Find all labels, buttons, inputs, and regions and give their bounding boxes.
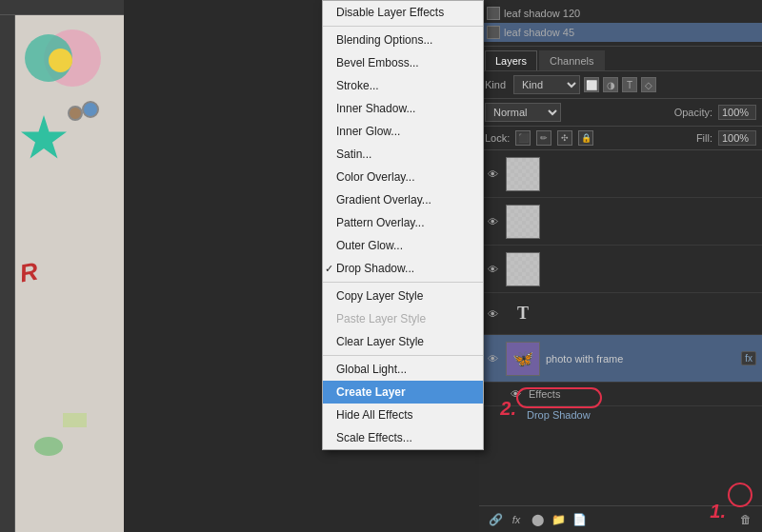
list-item[interactable]: 👁 <box>479 246 762 293</box>
menu-item-create-layer[interactable]: Create Layer <box>323 381 483 404</box>
top-layer-row-1[interactable]: leaf shadow 120 <box>479 4 762 23</box>
adjustment-layer-icon[interactable]: ⬤ <box>529 511 546 528</box>
menu-item-pattern-overlay[interactable]: Pattern Overlay... <box>323 211 483 234</box>
menu-item-global-light[interactable]: Global Light... <box>323 358 483 381</box>
menu-item-paste-style[interactable]: Paste Layer Style <box>323 307 483 330</box>
menu-separator-1 <box>323 26 483 27</box>
menu-label-gradient-overlay: Gradient Overlay... <box>336 193 431 207</box>
menu-label-color-overlay: Color Overlay... <box>336 170 414 184</box>
layer-visibility-1[interactable]: 👁 <box>485 167 500 182</box>
menu-item-scale-effects[interactable]: Scale Effects... <box>323 426 483 449</box>
menu-item-outer-glow[interactable]: Outer Glow... <box>323 234 483 257</box>
opacity-label: Opacity: <box>674 107 712 118</box>
effects-visibility-icon[interactable]: 👁 <box>508 386 523 402</box>
opacity-input[interactable] <box>718 105 756 120</box>
layer-visibility-4[interactable]: 👁 <box>485 306 500 322</box>
lock-transparent-icon[interactable]: ⬛ <box>515 130 531 146</box>
fx-icon[interactable]: fx <box>508 511 525 528</box>
filter-type-icon[interactable]: T <box>622 77 637 92</box>
lock-all-icon[interactable]: 🔒 <box>578 130 593 146</box>
menu-item-disable-effects[interactable]: Disable Layer Effects <box>323 1 483 24</box>
fill-label: Fill: <box>696 132 712 144</box>
app-container: R leaf shadow 120 leaf shadow 45 Layers <box>0 0 762 532</box>
blend-mode-dropdown[interactable]: Normal <box>485 103 561 122</box>
menu-item-inner-glow[interactable]: Inner Glow... <box>323 120 483 143</box>
right-panel: leaf shadow 120 leaf shadow 45 Layers Ch… <box>479 0 762 532</box>
list-item[interactable]: 👁 <box>479 150 762 198</box>
blue-button-decoration <box>82 101 99 118</box>
kind-dropdown[interactable]: Kind <box>513 75 580 94</box>
fx-badge[interactable]: fx <box>741 351 756 365</box>
menu-label-scale-effects: Scale Effects... <box>336 431 412 444</box>
lock-label: Lock: <box>485 132 510 144</box>
layer-icon-2 <box>487 26 500 39</box>
drop-shadow-row: Drop Shadow <box>479 406 762 424</box>
brown-button-decoration <box>68 106 83 121</box>
effects-label: Effects <box>529 388 560 400</box>
menu-label-pattern-overlay: Pattern Overlay... <box>336 216 424 229</box>
menu-item-copy-style[interactable]: Copy Layer Style <box>323 285 483 307</box>
layer-thumbnail-2 <box>506 205 540 239</box>
layer-thumbnail-3 <box>506 252 540 286</box>
layer-name-5: photo with frame <box>546 353 741 365</box>
menu-label-hide-effects: Hide All Effects <box>336 408 412 422</box>
list-item[interactable]: 👁 🦋 photo with frame fx <box>479 335 762 383</box>
menu-label-disable-effects: Disable Layer Effects <box>336 6 444 19</box>
lock-row: Lock: ⬛ ✏ ✣ 🔒 Fill: <box>479 127 762 150</box>
menu-item-bevel[interactable]: Bevel Emboss... <box>323 51 483 74</box>
red-text-decoration: R <box>17 257 40 289</box>
menu-item-inner-shadow[interactable]: Inner Shadow... <box>323 97 483 120</box>
new-layer-icon[interactable]: 📄 <box>571 511 588 528</box>
tab-channels[interactable]: Channels <box>539 50 604 70</box>
menu-label-bevel: Bevel Emboss... <box>336 56 419 69</box>
menu-item-clear-style[interactable]: Clear Layer Style <box>323 330 483 353</box>
menu-label-inner-shadow: Inner Shadow... <box>336 102 415 115</box>
menu-separator-3 <box>323 355 483 356</box>
new-group-icon[interactable]: 📁 <box>550 511 567 528</box>
scrapbook-content: R <box>15 15 124 532</box>
lock-paint-icon[interactable]: ✏ <box>536 130 551 146</box>
filter-shape-icon[interactable]: ◇ <box>641 77 656 92</box>
layer-visibility-2[interactable]: 👁 <box>485 214 500 229</box>
ruler-top <box>0 0 124 15</box>
layer-visibility-5[interactable]: 👁 <box>485 351 500 366</box>
list-item[interactable]: 👁 <box>479 198 762 246</box>
butterfly2-decoration <box>63 413 87 427</box>
effects-row: 👁 Effects <box>479 383 762 406</box>
menu-item-satin[interactable]: Satin... <box>323 143 483 166</box>
menu-label-global-light: Global Light... <box>336 363 407 376</box>
menu-item-hide-effects[interactable]: Hide All Effects <box>323 404 483 426</box>
filter-adjust-icon[interactable]: ◑ <box>603 77 618 92</box>
text-layer-icon: T <box>506 297 540 331</box>
fill-input[interactable] <box>718 130 756 146</box>
menu-label-satin: Satin... <box>336 148 371 161</box>
layer-visibility-3[interactable]: 👁 <box>485 262 500 277</box>
filter-pixel-icon[interactable]: ⬜ <box>584 77 599 92</box>
link-icon[interactable]: 🔗 <box>487 511 504 528</box>
menu-item-stroke[interactable]: Stroke... <box>323 74 483 97</box>
tab-layers[interactable]: Layers <box>485 50 537 70</box>
blend-row: Normal Opacity: <box>479 99 762 127</box>
butterfly1-decoration <box>34 437 63 456</box>
menu-label-blending: Blending Options... <box>336 33 432 47</box>
layer-thumbnail-1 <box>506 157 540 191</box>
delete-layer-icon[interactable]: 🗑 <box>737 511 754 528</box>
top-layer-row-2[interactable]: leaf shadow 45 <box>479 23 762 42</box>
checkmark-icon: ✓ <box>325 263 333 275</box>
menu-label-create-layer: Create Layer <box>336 385 406 399</box>
lock-move-icon[interactable]: ✣ <box>557 130 572 146</box>
context-menu: Disable Layer Effects Blending Options..… <box>322 0 484 450</box>
menu-item-blending[interactable]: Blending Options... <box>323 29 483 51</box>
menu-item-gradient-overlay[interactable]: Gradient Overlay... <box>323 188 483 211</box>
top-layer-name-1: leaf shadow 120 <box>504 8 580 19</box>
menu-label-clear-style: Clear Layer Style <box>336 335 424 348</box>
menu-label-paste-style: Paste Layer Style <box>336 312 426 325</box>
menu-item-drop-shadow[interactable]: ✓ Drop Shadow... <box>323 257 483 280</box>
menu-label-inner-glow: Inner Glow... <box>336 125 400 138</box>
list-item[interactable]: 👁 T <box>479 293 762 335</box>
menu-item-color-overlay[interactable]: Color Overlay... <box>323 166 483 188</box>
menu-label-outer-glow: Outer Glow... <box>336 239 403 252</box>
menu-separator-2 <box>323 282 483 283</box>
layer-icon-1 <box>487 7 500 20</box>
layer-thumbnail-5: 🦋 <box>506 342 540 376</box>
